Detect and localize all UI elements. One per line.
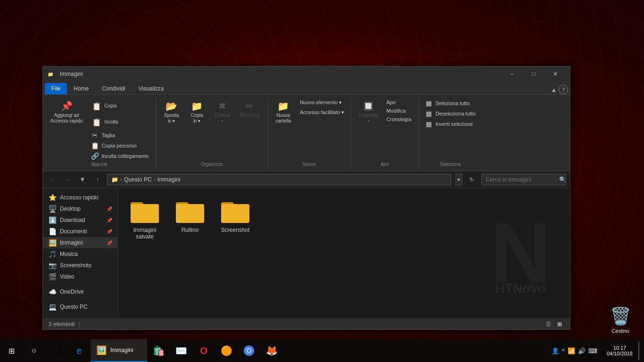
btn-modifica[interactable]: Modifica <box>384 107 414 115</box>
btn-incolla-collegamento[interactable]: 🔗 Incolla collegamento <box>88 151 151 161</box>
btn-seleziona-tutto[interactable]: ▦ Seleziona tutto <box>422 99 479 108</box>
sidebar-item-documenti[interactable]: 📄 Documenti 📌 <box>43 226 118 237</box>
folder-icon-immagini-salvate <box>130 199 160 224</box>
taskbar-explorer[interactable]: 🖼️ Immagini <box>91 339 147 362</box>
refresh-button[interactable]: ↻ <box>466 174 478 185</box>
btn-elimina[interactable]: ✖ Elimina▾ <box>211 99 234 126</box>
btn-taglia[interactable]: ✂ Taglia <box>88 131 151 140</box>
btn-copia-percorso[interactable]: 📋 Copia percorso <box>88 141 151 150</box>
appunti-right: 📋 Copia 📋 Incolla ✂ Taglia <box>88 99 151 161</box>
maximize-button[interactable]: □ <box>523 66 545 82</box>
taskbar-clock[interactable]: 10:17 04/10/2018 <box>601 339 638 362</box>
folder-rullino[interactable]: Rullino <box>171 196 209 244</box>
view-list-button[interactable]: ☰ <box>544 320 553 329</box>
taskbar-firefox[interactable]: 🦊 <box>260 339 283 362</box>
clock-date: 04/10/2018 <box>607 351 633 356</box>
sidebar-item-download[interactable]: ⬇️ Download 📌 <box>43 214 118 226</box>
wifi-icon[interactable]: 📶 <box>568 347 575 354</box>
taskbar-opera[interactable]: O <box>192 339 215 362</box>
search-button[interactable]: ○ <box>23 339 45 362</box>
star-icon: ⭐ <box>49 194 56 201</box>
address-dropdown[interactable]: ▾ <box>455 174 462 185</box>
tab-home[interactable]: Home <box>67 83 95 94</box>
move-icon: 📂 <box>166 100 177 112</box>
sidebar-item-questo-pc[interactable]: 💻 Questo PC <box>43 301 118 313</box>
btn-inverti-selezione[interactable]: ▦ Inverti selezione <box>422 119 479 129</box>
chevron-up-icon[interactable]: ^ <box>562 347 565 354</box>
btn-nuova-cartella[interactable]: 📁 Nuovacartella <box>272 99 295 126</box>
folder-screenshot[interactable]: Screenshot <box>216 196 254 244</box>
search-input[interactable] <box>486 176 556 183</box>
search-box: 🔍 <box>481 174 566 185</box>
folder-icon-screenshot <box>220 199 250 224</box>
tab-condividi[interactable]: Condividi <box>95 83 132 94</box>
btn-deseleziona-tutto[interactable]: ▦ Deseleziona tutto <box>422 109 479 118</box>
sidebar-item-screenshots[interactable]: 📷 Screenshots <box>43 260 118 271</box>
sidebar-item-video[interactable]: 🎬 Video <box>43 271 118 282</box>
taskbar-mail[interactable]: ✉️ <box>170 339 192 362</box>
sidebar-item-desktop[interactable]: 🖥️ Desktop 📌 <box>43 203 118 214</box>
path-home: 📁 <box>111 176 118 183</box>
collapse-ribbon-icon[interactable]: ▲ <box>551 86 557 93</box>
apri-small-group: Apri Modifica Cronologia <box>384 99 414 123</box>
taskbar-store[interactable]: 🛍️ <box>147 339 170 362</box>
show-desktop-button[interactable] <box>638 339 644 362</box>
btn-rinomina[interactable]: ✏ Rinomina <box>236 99 264 120</box>
sidebar-label-download: Download <box>60 217 85 223</box>
sidebar: ⭐ Accesso rapido 🖥️ Desktop 📌 ⬇️ Downloa… <box>43 188 118 318</box>
btn-nuovo-elemento[interactable]: Nuovo elemento ▾ <box>297 99 347 107</box>
minimize-button[interactable]: – <box>501 66 523 82</box>
back-button[interactable]: ← <box>47 174 58 185</box>
scissors-icon: ✂ <box>91 132 99 139</box>
address-path[interactable]: 📁 › Questo PC › Immagini <box>107 174 451 185</box>
btn-accesso-facilitato[interactable]: Accesso facilitato ▾ <box>297 108 347 116</box>
tab-file[interactable]: File <box>45 83 67 94</box>
task-view-button[interactable]: ❑ <box>45 339 68 362</box>
btn-cronologia[interactable]: Cronologia <box>384 115 414 123</box>
btn-apri[interactable]: Apri <box>384 99 414 106</box>
up-button[interactable]: ↑ <box>92 174 103 185</box>
video-icon: 🎬 <box>49 273 56 280</box>
explorer-window: 📁 Immagini – □ ✕ File Home Condividi Vis… <box>42 66 570 330</box>
taskbar-chrome[interactable] <box>238 339 260 362</box>
sidebar-item-musica[interactable]: 🎵 Musica <box>43 248 118 260</box>
ribbon-section-apri: 🔲 Proprietà▾ Apri Modifica Cronologia <box>351 97 419 169</box>
keyboard-icon[interactable]: ⌨ <box>588 347 597 354</box>
paste-icon: 📋 <box>91 116 102 128</box>
btn-aggiungi-accesso-rapido[interactable]: 📌 Aggiungi adAccesso rapido <box>47 99 86 126</box>
start-button[interactable]: ⊞ <box>0 339 23 362</box>
desktop-icon-sidebar: 🖥️ <box>49 205 56 213</box>
cestino-icon[interactable]: 🗑️ Cestino <box>606 306 635 334</box>
close-button[interactable]: ✕ <box>545 66 566 82</box>
explorer-taskbar-icon: 🖼️ <box>96 345 107 355</box>
folder-immagini-salvate[interactable]: Immagini salvate <box>126 196 164 244</box>
onedrive-icon: ☁️ <box>49 288 56 296</box>
notification-icon[interactable]: 👤 <box>552 347 559 354</box>
pin-icon: 📌 <box>61 100 72 112</box>
new-folder-icon: 📁 <box>278 100 289 112</box>
explorer-taskbar-label: Immagini <box>110 347 133 354</box>
sidebar-label-accesso-rapido: Accesso rapido <box>60 194 99 201</box>
forward-button[interactable]: → <box>62 174 73 185</box>
address-bar: ← → ▼ ↑ 📁 › Questo PC › Immagini ▾ ↻ 🔍 <box>43 171 570 188</box>
sidebar-item-immagini[interactable]: 🖼️ Immagini 📌 <box>43 237 118 248</box>
taskbar-chrome-app[interactable]: 🟠 <box>215 339 238 362</box>
sidebar-item-accesso-rapido[interactable]: ⭐ Accesso rapido <box>43 192 118 203</box>
rename-icon: ✏ <box>244 100 256 112</box>
volume-icon[interactable]: 🔊 <box>578 347 586 354</box>
file-content-area: N HTNovo Immagini salvate <box>118 188 570 318</box>
apri-content: 🔲 Proprietà▾ Apri Modifica Cronologia <box>355 99 414 161</box>
recent-button[interactable]: ▼ <box>77 174 88 185</box>
btn-incolla[interactable]: 📋 Incolla <box>88 115 151 130</box>
ribbon-section-organizza: 📂 Spostain ▾ 📁 Copiain ▾ ✖ Elimina▾ ✏ Ri… <box>156 97 268 169</box>
sidebar-item-onedrive[interactable]: ☁️ OneDrive <box>43 286 118 297</box>
btn-proprieta[interactable]: 🔲 Proprietà▾ <box>355 99 382 126</box>
sidebar-label-questo-pc: Questo PC <box>60 304 88 310</box>
btn-copia-in[interactable]: 📁 Copiain ▾ <box>185 99 209 126</box>
view-grid-button[interactable]: ⊞ <box>555 320 564 329</box>
taskbar-edge[interactable]: e <box>68 339 91 362</box>
help-button[interactable]: ? <box>559 85 568 94</box>
tab-visualizza[interactable]: Visualizza <box>132 83 171 94</box>
btn-copia[interactable]: 📋 Copia <box>88 99 151 114</box>
btn-sposta-in[interactable]: 📂 Spostain ▾ <box>160 99 183 126</box>
